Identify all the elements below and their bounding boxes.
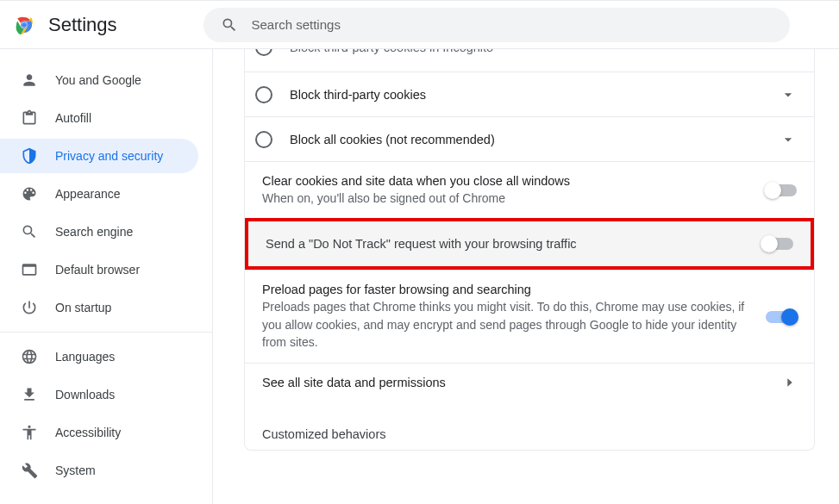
page-title: Settings: [48, 14, 117, 36]
chrome-logo-icon: [14, 15, 34, 35]
shield-icon: [21, 147, 38, 165]
header: Settings: [0, 1, 839, 49]
palette-icon: [21, 185, 38, 202]
setting-do-not-track[interactable]: Send a "Do Not Track" request with your …: [245, 218, 814, 270]
setting-subtitle: Preloads pages that Chrome thinks you mi…: [262, 298, 748, 351]
toggle-do-not-track[interactable]: [762, 238, 793, 250]
radio-label: Block third-party cookies in Incognito: [290, 49, 797, 54]
setting-text: Send a "Do Not Track" request with your …: [266, 237, 745, 251]
sidebar-item-default-browser[interactable]: Default browser: [0, 252, 198, 287]
sidebar-item-label: Default browser: [55, 263, 140, 277]
download-icon: [21, 386, 38, 403]
browser-icon: [21, 261, 38, 278]
sidebar-item-downloads[interactable]: Downloads: [0, 377, 198, 412]
sidebar-item-label: You and Google: [55, 73, 141, 87]
clipboard-icon: [21, 109, 38, 127]
radio-label: Block all cookies (not recommended): [290, 133, 780, 146]
sidebar-item-label: Accessibility: [55, 426, 121, 439]
sidebar-item-label: Autofill: [55, 111, 91, 125]
section-customized-behaviors: Customized behaviors: [245, 401, 814, 450]
sidebar-item-privacy-and-security[interactable]: Privacy and security: [0, 139, 198, 173]
radio-label: Block third-party cookies: [290, 88, 780, 102]
main-content: Block third-party cookies in Incognito B…: [213, 49, 839, 504]
setting-subtitle: When on, you'll also be signed out of Ch…: [262, 190, 748, 207]
radio-block-third-party[interactable]: Block third-party cookies: [245, 72, 814, 116]
setting-title: Send a "Do Not Track" request with your …: [266, 237, 745, 251]
sidebar-item-label: Downloads: [55, 388, 115, 401]
chevron-down-icon: [780, 86, 797, 103]
setting-title: Clear cookies and site data when you clo…: [262, 174, 748, 188]
sidebar-item-you-and-google[interactable]: You and Google: [0, 63, 198, 97]
setting-text: Preload pages for faster browsing and se…: [262, 283, 748, 351]
search-input[interactable]: [252, 17, 773, 32]
globe-icon: [21, 348, 38, 365]
sidebar-divider: [0, 332, 212, 333]
cookies-card: Block third-party cookies in Incognito B…: [244, 49, 815, 451]
sidebar-item-label: Search engine: [55, 225, 133, 239]
sidebar-item-system[interactable]: System: [0, 453, 198, 488]
sidebar-item-label: On startup: [55, 301, 111, 314]
arrow-right-icon: [783, 376, 797, 389]
sidebar-item-label: Appearance: [55, 187, 121, 201]
radio-icon: [255, 131, 272, 148]
chevron-down-icon: [780, 131, 797, 148]
accessibility-icon: [21, 424, 38, 441]
setting-text: Clear cookies and site data when you clo…: [262, 174, 748, 207]
sidebar-item-appearance[interactable]: Appearance: [0, 177, 198, 211]
search-icon: [21, 223, 38, 240]
search-container[interactable]: [203, 8, 790, 42]
sidebar-item-autofill[interactable]: Autofill: [0, 101, 198, 135]
sidebar: You and Google Autofill Privacy and secu…: [0, 49, 213, 504]
person-icon: [21, 72, 38, 89]
setting-text: See all site data and permissions: [262, 376, 783, 389]
setting-clear-on-close[interactable]: Clear cookies and site data when you clo…: [245, 161, 814, 219]
sidebar-item-on-startup[interactable]: On startup: [0, 290, 198, 325]
radio-icon: [255, 86, 272, 103]
sidebar-item-search-engine[interactable]: Search engine: [0, 215, 198, 249]
search-icon: [221, 16, 238, 34]
sidebar-item-label: System: [55, 464, 96, 477]
sidebar-item-languages[interactable]: Languages: [0, 339, 198, 374]
toggle-preload[interactable]: [766, 311, 797, 323]
power-icon: [21, 299, 38, 316]
radio-block-all[interactable]: Block all cookies (not recommended): [245, 116, 814, 161]
link-see-all-site-data[interactable]: See all site data and permissions: [245, 363, 814, 401]
setting-title: See all site data and permissions: [262, 376, 783, 389]
setting-title: Preload pages for faster browsing and se…: [262, 283, 748, 296]
sidebar-item-label: Privacy and security: [55, 149, 163, 163]
radio-icon: [255, 49, 272, 56]
toggle-clear-on-close[interactable]: [766, 184, 797, 196]
svg-point-3: [22, 22, 27, 28]
sidebar-item-accessibility[interactable]: Accessibility: [0, 415, 198, 450]
wrench-icon: [21, 462, 38, 479]
sidebar-item-label: Languages: [55, 350, 115, 364]
setting-preload[interactable]: Preload pages for faster browsing and se…: [245, 270, 814, 363]
radio-block-third-party-incognito[interactable]: Block third-party cookies in Incognito: [245, 49, 814, 72]
